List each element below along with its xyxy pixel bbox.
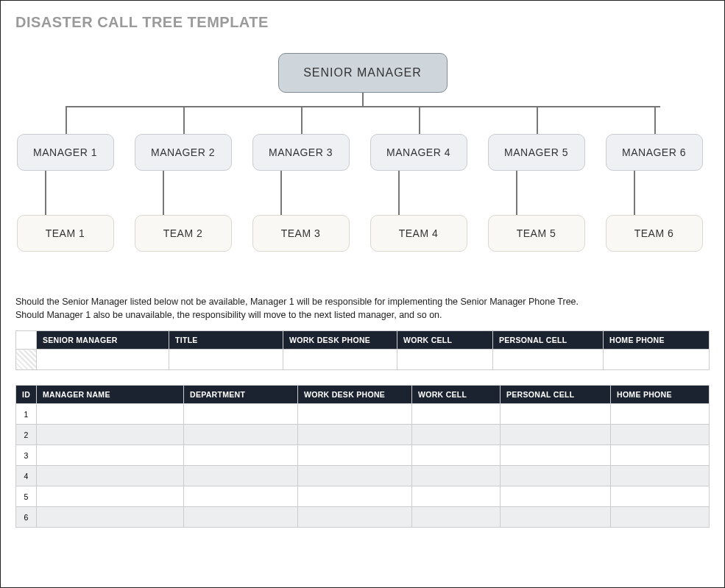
col-header-id: ID — [16, 386, 37, 404]
cell[interactable] — [412, 425, 501, 445]
corner-cell — [16, 331, 37, 350]
col-header: PERSONAL CELL — [501, 386, 611, 404]
team-node-3: TEAM 3 — [252, 215, 350, 252]
manager-node-2: MANAGER 2 — [135, 134, 232, 171]
cell[interactable] — [611, 507, 710, 528]
col-header: PERSONAL CELL — [493, 331, 604, 350]
cell[interactable] — [298, 466, 412, 486]
cell[interactable] — [169, 350, 283, 370]
page-title: DISASTER CALL TREE TEMPLATE — [15, 14, 710, 31]
id-cell: 2 — [16, 425, 37, 445]
table-header-row: SENIOR MANAGER TITLE WORK DESK PHONE WOR… — [16, 331, 710, 350]
description-line-2: Should Manager 1 also be unavailable, th… — [15, 309, 710, 322]
cell[interactable] — [501, 507, 611, 528]
cell[interactable] — [184, 466, 298, 486]
page: DISASTER CALL TREE TEMPLATE SENIOR MANAG… — [0, 0, 725, 588]
table-row: 1 — [16, 404, 710, 425]
cell[interactable] — [611, 425, 710, 445]
col-header: TITLE — [169, 331, 283, 350]
cell[interactable] — [184, 404, 298, 425]
cell[interactable] — [298, 404, 412, 425]
col-header: MANAGER NAME — [37, 386, 184, 404]
team-node-6: TEAM 6 — [606, 215, 703, 252]
col-header: SENIOR MANAGER — [37, 331, 169, 350]
org-chart: SENIOR MANAGER MANAGER 1 MANAGER 2 MANAG… — [17, 53, 709, 274]
cell[interactable] — [298, 425, 412, 445]
cell[interactable] — [412, 445, 501, 466]
description-line-1: Should the Senior Manager listed below n… — [15, 296, 710, 309]
col-header: DEPARTMENT — [184, 386, 298, 404]
cell[interactable] — [611, 466, 710, 486]
manager-node-5: MANAGER 5 — [488, 134, 585, 171]
cell[interactable] — [501, 466, 611, 486]
cell[interactable] — [611, 445, 710, 466]
cell[interactable] — [184, 445, 298, 466]
id-cell: 4 — [16, 466, 37, 486]
table-header-row: ID MANAGER NAME DEPARTMENT WORK DESK PHO… — [16, 386, 710, 404]
id-cell: 6 — [16, 507, 37, 528]
table-row: 4 — [16, 466, 710, 486]
col-header: HOME PHONE — [611, 386, 710, 404]
cell[interactable] — [37, 507, 184, 528]
col-header: WORK CELL — [412, 386, 501, 404]
description-text: Should the Senior Manager listed below n… — [15, 296, 710, 322]
col-header: WORK DESK PHONE — [298, 386, 412, 404]
cell[interactable] — [298, 507, 412, 528]
cell[interactable] — [37, 350, 169, 370]
table-row: 6 — [16, 507, 710, 528]
cell[interactable] — [37, 404, 184, 425]
cell[interactable] — [493, 350, 604, 370]
team-node-5: TEAM 5 — [488, 215, 585, 252]
cell[interactable] — [501, 404, 611, 425]
table-row — [16, 350, 710, 370]
cell[interactable] — [412, 404, 501, 425]
manager-node-3: MANAGER 3 — [252, 134, 350, 171]
cell[interactable] — [37, 466, 184, 486]
cell[interactable] — [184, 486, 298, 507]
col-header: WORK DESK PHONE — [283, 331, 397, 350]
cell[interactable] — [611, 486, 710, 507]
cell[interactable] — [412, 486, 501, 507]
cell[interactable] — [501, 445, 611, 466]
col-header: WORK CELL — [397, 331, 493, 350]
team-node-4: TEAM 4 — [370, 215, 467, 252]
manager-node-6: MANAGER 6 — [606, 134, 703, 171]
cell[interactable] — [184, 507, 298, 528]
table-row: 5 — [16, 486, 710, 507]
cell[interactable] — [611, 404, 710, 425]
cell[interactable] — [298, 445, 412, 466]
cell[interactable] — [37, 486, 184, 507]
cell[interactable] — [37, 425, 184, 445]
cell[interactable] — [501, 425, 611, 445]
id-cell: 5 — [16, 486, 37, 507]
table-row: 2 — [16, 425, 710, 445]
team-node-1: TEAM 1 — [17, 215, 114, 252]
cell[interactable] — [397, 350, 493, 370]
cell[interactable] — [283, 350, 397, 370]
table-row: 3 — [16, 445, 710, 466]
cell[interactable] — [298, 486, 412, 507]
team-node-2: TEAM 2 — [135, 215, 232, 252]
cell[interactable] — [412, 466, 501, 486]
manager-node-4: MANAGER 4 — [370, 134, 467, 171]
senior-manager-table: SENIOR MANAGER TITLE WORK DESK PHONE WOR… — [15, 330, 710, 370]
hatch-cell — [16, 350, 37, 370]
cell[interactable] — [412, 507, 501, 528]
col-header: HOME PHONE — [604, 331, 710, 350]
senior-manager-node: SENIOR MANAGER — [278, 53, 448, 93]
id-cell: 3 — [16, 445, 37, 466]
cell[interactable] — [37, 445, 184, 466]
cell[interactable] — [604, 350, 710, 370]
manager-node-1: MANAGER 1 — [17, 134, 114, 171]
managers-table: ID MANAGER NAME DEPARTMENT WORK DESK PHO… — [15, 385, 710, 528]
cell[interactable] — [501, 486, 611, 507]
id-cell: 1 — [16, 404, 37, 425]
cell[interactable] — [184, 425, 298, 445]
